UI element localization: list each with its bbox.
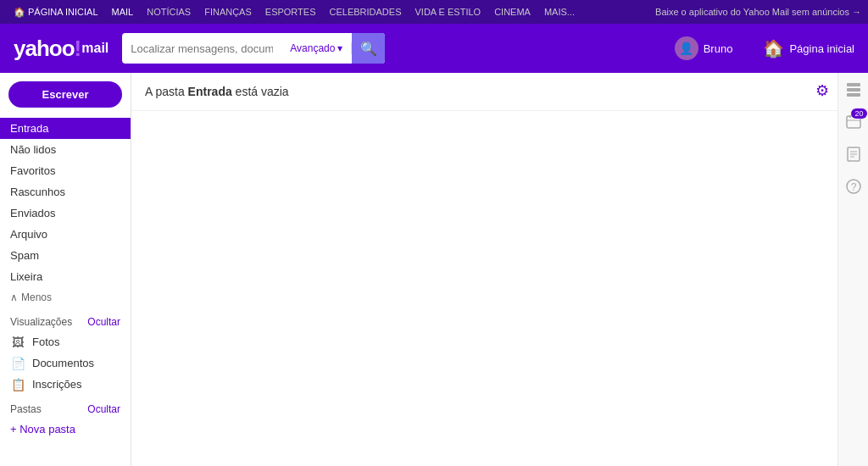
folders-hide-button[interactable]: Ocultar [87,403,120,415]
subscriptions-icon: 📋 [10,379,25,391]
sidebar-label-arquivo: Arquivo [10,228,47,241]
user-name: Bruno [704,42,733,55]
notepad-icon[interactable] [845,146,862,163]
sidebar-item-fotos[interactable]: 🖼 Fotos [0,331,131,352]
search-bar: Avançado ▾ 🔍 [122,33,385,64]
nav-item-mail[interactable]: MAIL [105,0,141,24]
header: yahoo!mail Avançado ▾ 🔍 👤 Bruno 🏠 Página… [0,24,868,73]
nav-label-esportes: ESPORTES [265,7,316,17]
svg-rect-2 [847,93,860,97]
nav-label-cinema: CINEMA [494,7,531,17]
sidebar-label-rascunhos: Rascunhos [10,186,65,198]
folders-section-label: Pastas [10,403,42,415]
nav-label-noticias: NOTÍCIAS [147,7,191,17]
logo-exclaim: ! [75,36,82,62]
contacts-icon[interactable] [845,81,862,98]
sidebar-label-enviados: Enviados [10,207,55,219]
sidebar-item-favoritos[interactable]: Favoritos [0,160,131,181]
empty-message-prefix: A pasta [145,85,188,98]
nav-label-vida-estilo: VIDA E ESTILO [415,7,481,17]
home-label: Página inicial [789,42,854,55]
svg-rect-1 [847,88,860,92]
empty-message-suffix: está vazia [232,85,289,98]
sidebar-label-spam: Spam [10,249,39,262]
svg-text:?: ? [850,181,856,193]
views-hide-button[interactable]: Ocultar [87,316,120,328]
chevron-down-icon: ▾ [337,42,342,54]
svg-rect-0 [847,83,860,86]
compose-button[interactable]: Escrever [8,81,122,108]
views-section-header: Visualizações Ocultar [0,308,131,331]
logo-mail-text: mail [81,41,108,56]
nav-item-mais[interactable]: MAIS... [537,0,581,24]
logo[interactable]: yahoo!mail [14,36,108,62]
search-submit-button[interactable]: 🔍 [352,33,385,64]
search-advanced-button[interactable]: Avançado ▾ [281,42,352,54]
sidebar-item-rascunhos[interactable]: Rascunhos [0,181,131,202]
folders-section-header: Pastas Ocultar [0,395,131,419]
calendar-icon[interactable]: 20 [845,114,862,130]
sidebar-item-enviados[interactable]: Enviados [0,202,131,224]
sidebar-less-button[interactable]: ∧ Menos [0,287,131,308]
sidebar-label-nao-lidos: Não lidos [10,143,56,156]
search-input[interactable] [122,42,281,55]
search-icon: 🔍 [360,41,377,57]
home-button[interactable]: 🏠 Página inicial [763,38,854,58]
right-panel: 20 ? [837,73,868,466]
nav-item-esportes[interactable]: ESPORTES [259,0,323,24]
sidebar: Escrever Entrada Não lidos Favoritos Ras… [0,73,131,466]
calendar-badge: 20 [851,108,866,119]
sidebar-item-entrada[interactable]: Entrada [0,118,131,139]
new-folder-label: + Nova pasta [10,423,75,435]
sidebar-label-documentos: Documentos [32,357,94,369]
documents-icon: 📄 [10,358,25,369]
home-icon: 🏠 [14,7,25,18]
sidebar-item-lixeira[interactable]: Lixeira [0,266,131,287]
nav-item-financas[interactable]: FINANÇAS [198,0,259,24]
search-advanced-label: Avançado [290,42,335,54]
nav-item-cinema[interactable]: CINEMA [487,0,537,24]
sidebar-item-documentos[interactable]: 📄 Documentos [0,352,131,374]
email-content-area: A pasta Entrada está vazia ⚙ [131,73,837,466]
nav-label-mais: MAIS... [544,7,575,17]
logo-yahoo: yahoo [14,36,75,62]
nav-label-mail: MAIL [112,7,134,17]
empty-message-bold: Entrada [188,85,232,98]
nav-label-celebridades: CELEBRIDADES [330,7,402,17]
sidebar-label-inscricoes: Inscrições [32,378,82,391]
user-menu[interactable]: 👤 Bruno [675,36,733,60]
nav-label-home: PÁGINA INICIAL [28,7,98,17]
sidebar-item-arquivo[interactable]: Arquivo [0,224,131,245]
settings-gear-icon[interactable]: ⚙ [815,81,829,100]
top-navigation: 🏠 PÁGINA INICIAL MAIL NOTÍCIAS FINANÇAS … [0,0,868,24]
sidebar-item-spam[interactable]: Spam [0,245,131,266]
photos-icon: 🖼 [10,336,25,348]
sidebar-less-label: Menos [21,291,52,303]
avatar: 👤 [675,36,698,60]
nav-label-financas: FINANÇAS [204,7,252,17]
sidebar-label-favoritos: Favoritos [10,164,55,177]
sidebar-label-fotos: Fotos [32,336,60,348]
nav-item-vida-estilo[interactable]: VIDA E ESTILO [409,0,488,24]
new-folder-button[interactable]: + Nova pasta [0,419,131,440]
nav-item-home[interactable]: 🏠 PÁGINA INICIAL [7,0,105,24]
help-icon[interactable]: ? [845,178,862,195]
nav-item-noticias[interactable]: NOTÍCIAS [140,0,198,24]
sidebar-label-lixeira: Lixeira [10,270,42,283]
home-house-icon: 🏠 [763,38,784,58]
promo-text[interactable]: Baixe o aplicativo do Yahoo Mail sem anú… [655,7,861,17]
sidebar-label-entrada: Entrada [10,122,49,135]
sidebar-item-nao-lidos[interactable]: Não lidos [0,139,131,160]
content-header: A pasta Entrada está vazia [131,73,837,111]
sidebar-item-inscricoes[interactable]: 📋 Inscrições [0,374,131,395]
nav-item-celebridades[interactable]: CELEBRIDADES [323,0,409,24]
views-section-label: Visualizações [10,316,72,328]
chevron-up-icon: ∧ [10,291,18,303]
main-layout: Escrever Entrada Não lidos Favoritos Ras… [0,73,868,466]
